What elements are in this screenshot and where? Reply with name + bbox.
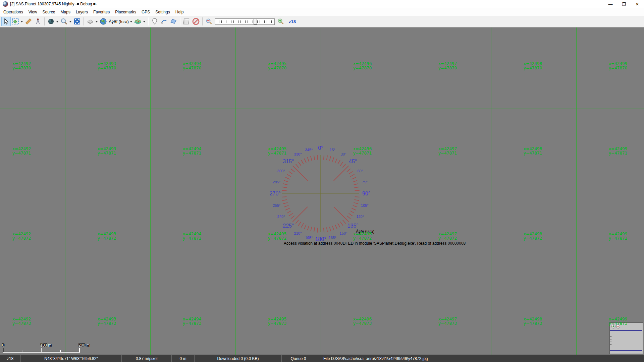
scale-bar-tick <box>22 350 22 352</box>
mini-window[interactable]: + − <box>609 322 643 354</box>
app-icon <box>3 1 8 7</box>
compass-tick <box>311 227 312 232</box>
compass-degree-label: 240° <box>277 215 285 219</box>
compass-tick <box>324 155 324 160</box>
path-route-icon <box>160 18 168 25</box>
zoom-slider-thumb[interactable] <box>254 19 257 24</box>
map-selector-label[interactable]: Àýðî (Isra) <box>109 19 129 24</box>
mini-window-grip[interactable] <box>610 336 611 345</box>
zoom-in-button[interactable] <box>276 17 285 26</box>
selection-dropdown-arrow-icon[interactable] <box>21 21 23 23</box>
compass-tick <box>307 226 309 230</box>
compass-tick <box>338 223 340 227</box>
compass-tick <box>314 156 315 160</box>
status-downloaded: Downloaded 0 (0.0 KB) <box>195 355 282 362</box>
tile-label: x=42497 y=47872 <box>438 232 457 241</box>
placemark-manager-button[interactable] <box>182 17 191 26</box>
eraser-button[interactable] <box>86 17 95 26</box>
compass-tick <box>282 200 287 200</box>
compass-tick <box>354 187 359 188</box>
select-cursor-button[interactable] <box>1 17 11 26</box>
compass-tick <box>338 160 340 164</box>
zoom-level-label: z18 <box>289 19 296 24</box>
layers-dropdown-arrow-icon[interactable] <box>143 21 145 23</box>
add-path-button[interactable] <box>159 17 169 26</box>
window-controls: — ❐ ✕ <box>604 0 644 8</box>
zoom-slider[interactable] <box>215 18 275 25</box>
search-dropdown-arrow-icon[interactable] <box>69 21 71 23</box>
map-selector-dropdown-arrow-icon[interactable] <box>130 21 132 23</box>
compass-tick <box>307 157 309 162</box>
compass-tick <box>317 155 318 160</box>
add-placemark-button[interactable] <box>150 17 159 26</box>
compass-tick <box>298 162 301 166</box>
scale-bar-label: 200 m <box>78 343 90 348</box>
menu-item-placemarks[interactable]: Placemarks <box>112 9 139 15</box>
selection-manager-button[interactable] <box>11 17 20 26</box>
no-entry-icon <box>192 17 200 25</box>
compass-tick <box>343 220 346 224</box>
fill-map-dropdown-arrow-icon[interactable] <box>56 21 58 23</box>
hide-placemarks-button[interactable] <box>191 17 201 26</box>
close-button[interactable]: ✕ <box>631 0 644 8</box>
tile-label: x=42493 y=47871 <box>98 147 116 156</box>
compass-tick <box>296 220 299 224</box>
compass-tick <box>349 171 353 174</box>
compass-tick <box>350 174 354 177</box>
menu-item-maps[interactable]: Maps <box>58 9 73 15</box>
compass-degree-label: 45° <box>349 159 357 165</box>
compass-tick <box>347 216 351 219</box>
compass-tick <box>329 156 331 161</box>
toolbar: Àýðî (Isra) <box>0 16 644 27</box>
compass-degree-label: 315° <box>283 159 294 165</box>
compass-tick <box>291 169 294 172</box>
layers-selector-button[interactable] <box>133 17 143 26</box>
fullscreen-button[interactable] <box>72 17 82 26</box>
tile-label: x=42497 y=47873 <box>438 317 457 326</box>
tile-label: x=42493 y=47873 <box>98 317 116 326</box>
compass-tick <box>287 174 291 177</box>
menu-item-view[interactable]: View <box>26 9 40 15</box>
compass-degree-label: 60° <box>357 169 363 173</box>
compass-tick <box>289 171 292 174</box>
fill-map-button[interactable] <box>46 17 56 26</box>
map-selector-button[interactable] <box>99 17 108 26</box>
tile-label: x=42498 y=47872 <box>524 232 542 241</box>
menu-item-gps[interactable]: GPS <box>139 9 153 15</box>
menu-item-source[interactable]: Source <box>40 9 58 15</box>
menu-item-settings[interactable]: Settings <box>153 9 172 15</box>
divider-tool-button[interactable] <box>33 17 43 26</box>
fullscreen-icon <box>73 18 81 25</box>
status-zoom: z18 <box>0 355 21 362</box>
compass-tick <box>301 223 304 227</box>
minimize-button[interactable]: — <box>604 0 617 8</box>
search-button[interactable] <box>59 17 69 26</box>
globe-icon <box>100 18 107 25</box>
tile-label: x=42493 y=47872 <box>98 232 116 241</box>
grid-line-horizontal <box>0 109 644 109</box>
restore-button[interactable]: ❐ <box>617 0 631 8</box>
tile-label: x=42496 y=47873 <box>353 317 372 326</box>
menu-item-favorites[interactable]: Favorites <box>91 9 112 15</box>
tile-label: x=42495 y=47872 <box>268 232 286 241</box>
compass-tick <box>282 190 286 191</box>
compass-tick <box>327 227 327 232</box>
compass-tick <box>301 160 304 164</box>
menu-item-layers[interactable]: Layers <box>73 9 91 15</box>
add-polygon-button[interactable] <box>169 17 178 26</box>
compass-tick <box>354 184 359 185</box>
zoom-out-button[interactable] <box>204 17 214 26</box>
eraser-dropdown-arrow-icon[interactable] <box>96 21 98 23</box>
ruler-button[interactable] <box>24 17 33 26</box>
menu-item-help[interactable]: Help <box>173 9 186 15</box>
tile-label: x=42499 y=47873 <box>609 317 627 326</box>
error-message: Access violation at address 0040DFED in … <box>284 241 466 246</box>
compass-tick <box>354 200 359 200</box>
compass-tick <box>354 202 359 204</box>
eraser-icon <box>87 18 94 25</box>
map-viewport[interactable]: Àýðî (Isra) Access violation at address … <box>0 27 644 355</box>
compass-diagonal <box>334 166 349 181</box>
grid-line-vertical <box>150 27 151 355</box>
zoom-out-icon <box>205 18 213 25</box>
menu-item-operations[interactable]: Operations <box>1 9 26 15</box>
